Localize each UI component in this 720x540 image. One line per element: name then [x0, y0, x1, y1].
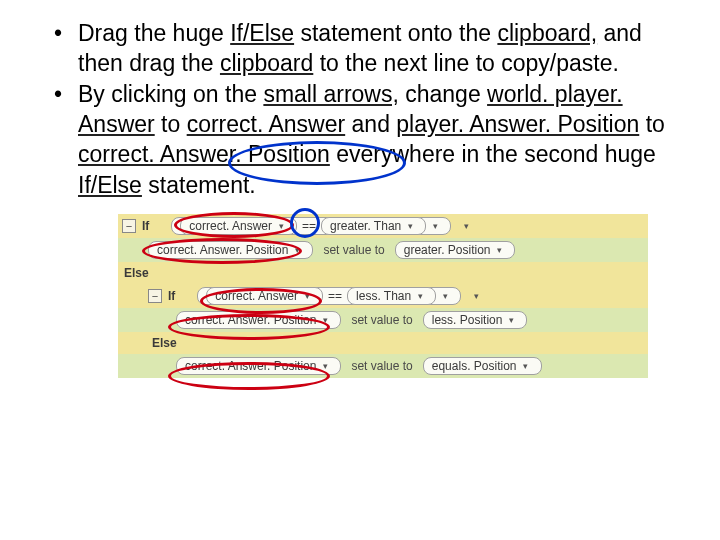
text: change — [399, 81, 487, 107]
var-pill[interactable]: correct. Answer. Position▾ — [176, 357, 341, 375]
var-pill[interactable]: correct. Answer▾ — [206, 287, 323, 305]
var-pill[interactable]: correct. Answer. Position▾ — [176, 311, 341, 329]
bullet-1: Drag the huge If/Else statement onto the… — [54, 18, 690, 79]
condition-pill[interactable]: correct. Answer▾ == less. Than▾ ▾ — [197, 287, 461, 305]
var-pill[interactable]: greater. Position▾ — [395, 241, 516, 259]
var-pill[interactable]: correct. Answer. Position▾ — [148, 241, 313, 259]
keyword: If/Else — [230, 20, 294, 46]
chevron-down-icon[interactable]: ▾ — [428, 219, 442, 233]
keyword: clipboard — [220, 50, 313, 76]
text: to the next line to copy/paste. — [313, 50, 619, 76]
chevron-down-icon[interactable]: ▾ — [274, 219, 288, 233]
condition-pill[interactable]: correct. Answer▾ == greater. Than▾ ▾ — [171, 217, 451, 235]
else-row-inner: Else — [118, 332, 648, 354]
var-pill[interactable]: less. Position▾ — [423, 311, 528, 329]
text: statement onto the — [294, 20, 497, 46]
chevron-down-icon[interactable]: ▾ — [504, 313, 518, 327]
chevron-down-icon[interactable]: ▾ — [413, 289, 427, 303]
chevron-down-icon[interactable]: ▾ — [290, 243, 304, 257]
op: == — [302, 219, 316, 233]
else-row-outer: Else — [118, 262, 648, 284]
set-row-3: correct. Answer. Position▾ set value to … — [118, 354, 648, 378]
keyword: small arrows, — [263, 81, 398, 107]
set-value-label: set value to — [319, 243, 388, 257]
chevron-down-icon[interactable]: ▾ — [459, 219, 473, 233]
chevron-down-icon[interactable]: ▾ — [438, 289, 452, 303]
chevron-down-icon[interactable]: ▾ — [300, 289, 314, 303]
text: everywhere in the second huge — [330, 141, 656, 167]
text: statement. — [142, 172, 256, 198]
text: to — [155, 111, 187, 137]
chevron-down-icon[interactable]: ▾ — [519, 359, 533, 373]
if-row-outer: − If correct. Answer▾ == greater. Than▾ … — [118, 214, 648, 238]
var-pill[interactable]: less. Than▾ — [347, 287, 436, 305]
collapse-toggle[interactable]: − — [122, 219, 136, 233]
collapse-toggle[interactable]: − — [148, 289, 162, 303]
text: and — [345, 111, 396, 137]
chevron-down-icon[interactable]: ▾ — [492, 243, 506, 257]
chevron-down-icon[interactable]: ▾ — [318, 359, 332, 373]
set-row-1: correct. Answer. Position▾ set value to … — [118, 238, 648, 262]
keyword: correct. Answer. Position — [78, 141, 330, 167]
chevron-down-icon[interactable]: ▾ — [469, 289, 483, 303]
if-keyword: If — [142, 219, 149, 233]
if-keyword: If — [168, 289, 175, 303]
set-value-label: set value to — [347, 313, 416, 327]
keyword: correct. Answer — [187, 111, 346, 137]
text: to — [639, 111, 665, 137]
bullet-2: By clicking on the small arrows, change … — [54, 79, 690, 200]
slide: Drag the huge If/Else statement onto the… — [0, 0, 720, 540]
var-pill[interactable]: equals. Position▾ — [423, 357, 542, 375]
var-pill[interactable]: greater. Than▾ — [321, 217, 426, 235]
keyword: If/Else — [78, 172, 142, 198]
set-value-label: set value to — [347, 359, 416, 373]
code-screenshot: − If correct. Answer▾ == greater. Than▾ … — [118, 214, 648, 378]
op: == — [328, 289, 342, 303]
set-row-2: correct. Answer. Position▾ set value to … — [118, 308, 648, 332]
text: By clicking on the — [78, 81, 263, 107]
if-row-inner: − If correct. Answer▾ == less. Than▾ ▾ ▾ — [118, 284, 648, 308]
keyword: clipboard, — [497, 20, 597, 46]
text: Drag the huge — [78, 20, 230, 46]
var-pill[interactable]: correct. Answer▾ — [180, 217, 297, 235]
bullet-list: Drag the huge If/Else statement onto the… — [54, 18, 690, 200]
chevron-down-icon[interactable]: ▾ — [318, 313, 332, 327]
keyword: player. Answer. Position — [396, 111, 639, 137]
chevron-down-icon[interactable]: ▾ — [403, 219, 417, 233]
